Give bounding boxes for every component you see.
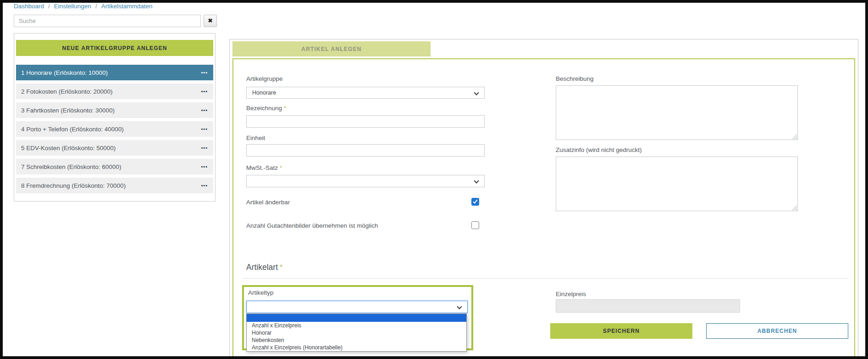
einzelpreis-label-text: Einzelpreis	[556, 291, 586, 297]
required-marker: *	[280, 264, 282, 271]
row-menu-icon[interactable]: •••	[201, 183, 208, 188]
article-group-row[interactable]: 1 Honorare (Erlöskonto: 10000) •••	[16, 65, 213, 80]
row-menu-icon[interactable]: •••	[201, 164, 208, 169]
app-window: Dashboard / Einstellungen / Artikelstamm…	[0, 0, 868, 359]
article-group-label: 4 Porto + Telefon (Erlöskonto: 40000)	[21, 126, 124, 133]
tab-artikel-anlegen[interactable]: ARTIKEL ANLEGEN	[232, 41, 431, 56]
save-button[interactable]: SPEICHERN	[550, 323, 692, 339]
breadcrumb-artikelstammdaten[interactable]: Artikelstammdaten	[101, 3, 153, 10]
article-group-row[interactable]: 3 Fahrtkosten (Erlöskonto: 30000) •••	[16, 102, 213, 118]
new-article-group-button[interactable]: NEUE ARTIKELGRUPPE ANLEGEN	[16, 40, 213, 56]
einzelpreis-label: Einzelpreis	[556, 291, 586, 297]
artikel-aenderbar-checkbox[interactable]	[471, 198, 479, 206]
bezeichnung-label-text: Bezeichnung	[246, 105, 282, 112]
beschreibung-label: Beschreibung	[556, 75, 594, 82]
article-group-row[interactable]: 7 Schreibkosten (Erlöskonto: 60000) •••	[16, 159, 213, 174]
required-marker: *	[284, 105, 286, 112]
checkmark-icon	[473, 199, 477, 204]
einheit-input[interactable]	[246, 144, 485, 157]
artikeltyp-label-text: Artikeltyp	[248, 289, 274, 296]
article-group-label: 2 Fotokosten (Erlöskonto: 20000)	[21, 88, 113, 95]
artikelgruppe-select[interactable]: Honorare	[246, 87, 485, 99]
beschreibung-textarea[interactable]	[556, 85, 798, 140]
article-group-label: 7 Schreibkosten (Erlöskonto: 60000)	[21, 163, 121, 170]
breadcrumb-dashboard[interactable]: Dashboard	[14, 3, 44, 10]
chevron-down-icon	[474, 90, 479, 95]
einzelpreis-input	[556, 299, 740, 313]
artikelart-heading-text: Artikelart	[246, 263, 278, 272]
artikel-aenderbar-label: Artikel änderbar	[246, 199, 290, 206]
dropdown-option-blank-selected[interactable]	[247, 314, 466, 322]
row-menu-icon[interactable]: •••	[201, 70, 208, 75]
dropdown-option[interactable]: Anzahl x Einzelpreis	[247, 322, 466, 329]
breadcrumb: Dashboard / Einstellungen / Artikelstamm…	[14, 3, 152, 10]
zusatzinfo-textarea[interactable]	[556, 157, 798, 211]
dropdown-option[interactable]: Nebenkosten	[247, 337, 466, 344]
gutachtenbilder-checkbox[interactable]	[471, 221, 479, 229]
article-group-label: 3 Fahrtkosten (Erlöskonto: 30000)	[21, 107, 115, 114]
article-group-row[interactable]: 5 EDV-Kosten (Erlöskonto: 50000) •••	[16, 140, 213, 156]
mwst-label-text: MwSt.-Satz	[246, 164, 278, 171]
zusatzinfo-label-text: Zusatzinfo (wird nicht gedruckt)	[556, 146, 642, 153]
artikeltyp-select[interactable]	[246, 301, 468, 313]
row-menu-icon[interactable]: •••	[201, 89, 208, 94]
artikeltyp-label: Artikeltyp	[248, 289, 274, 296]
row-menu-icon[interactable]: •••	[201, 108, 208, 112]
resize-grip-icon[interactable]	[792, 134, 797, 139]
chevron-down-icon	[474, 178, 479, 183]
bezeichnung-input[interactable]	[246, 115, 485, 128]
article-group-label: 8 Fremdrechnung (Erlöskonto: 70000)	[21, 182, 126, 189]
chevron-down-icon	[457, 304, 462, 309]
einheit-label-text: Einheit	[246, 135, 265, 141]
gutachtenbilder-label-text: Anzahl Gutachtenbilder übernehmen ist mö…	[246, 222, 378, 229]
zusatzinfo-label: Zusatzinfo (wird nicht gedruckt)	[556, 146, 642, 153]
breadcrumb-separator: /	[95, 3, 97, 10]
article-group-panel: NEUE ARTIKELGRUPPE ANLEGEN 1 Honorare (E…	[14, 33, 216, 202]
clear-search-icon[interactable]: ✖	[204, 15, 217, 27]
artikeltyp-dropdown-list: Anzahl x Einzelpreis Honorar Nebenkosten…	[246, 314, 467, 352]
article-group-list: 1 Honorare (Erlöskonto: 10000) ••• 2 Fot…	[16, 65, 213, 196]
search-input[interactable]	[14, 15, 201, 27]
gutachtenbilder-label: Anzahl Gutachtenbilder übernehmen ist mö…	[246, 222, 378, 229]
cancel-button[interactable]: ABBRECHEN	[706, 323, 848, 339]
mwst-label: MwSt.-Satz*	[246, 164, 282, 171]
dropdown-option[interactable]: Anzahl x Einzelpreis (Honorartabelle)	[247, 344, 466, 351]
artikelgruppe-label: Artikelgruppe	[246, 75, 283, 82]
row-menu-icon[interactable]: •••	[201, 146, 208, 150]
article-group-row[interactable]: 8 Fremdrechnung (Erlöskonto: 70000) •••	[16, 178, 213, 193]
required-marker: *	[280, 164, 282, 171]
mwst-select[interactable]	[246, 175, 485, 187]
dropdown-option[interactable]: Honorar	[247, 329, 466, 337]
breadcrumb-separator: /	[48, 3, 50, 10]
bezeichnung-label: Bezeichnung*	[246, 105, 286, 112]
einheit-label: Einheit	[246, 135, 265, 141]
article-group-row[interactable]: 2 Fotokosten (Erlöskonto: 20000) •••	[16, 84, 213, 99]
artikelgruppe-label-text: Artikelgruppe	[246, 75, 283, 82]
resize-grip-icon[interactable]	[792, 205, 797, 210]
article-group-label: 5 EDV-Kosten (Erlöskonto: 50000)	[21, 145, 116, 151]
beschreibung-label-text: Beschreibung	[556, 75, 594, 82]
artikelart-heading: Artikelart*	[246, 263, 282, 272]
row-menu-icon[interactable]: •••	[201, 127, 208, 131]
article-group-label: 1 Honorare (Erlöskonto: 10000)	[21, 69, 108, 76]
breadcrumb-einstellungen[interactable]: Einstellungen	[54, 3, 91, 10]
artikel-aenderbar-label-text: Artikel änderbar	[246, 199, 290, 206]
article-group-row[interactable]: 4 Porto + Telefon (Erlöskonto: 40000) ••…	[16, 121, 213, 137]
section-divider	[243, 278, 848, 279]
artikelgruppe-select-value: Honorare	[252, 90, 276, 96]
